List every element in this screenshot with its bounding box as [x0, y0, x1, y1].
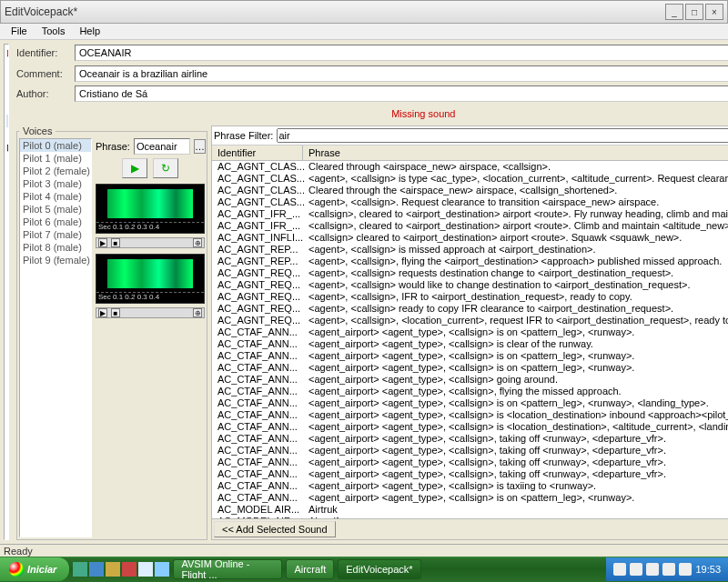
play-small-icon[interactable]: ▶: [98, 238, 107, 247]
quick-launch-icon[interactable]: [122, 562, 136, 577]
tree-callsign-passaredo[interactable]: PASSAREDO: [6, 127, 9, 141]
quick-launch-icon[interactable]: [89, 562, 104, 577]
col-phrase[interactable]: Phrase: [303, 146, 728, 160]
pilot-item[interactable]: Pilot 1 (male): [20, 152, 91, 165]
taskbar: Iniciar AVSIM Online - Flight ... Aircra…: [0, 557, 728, 582]
tray-icon[interactable]: [679, 563, 692, 576]
quick-launch-icon[interactable]: [106, 562, 120, 577]
waveform-1[interactable]: Sec 0.1 0.2 0.3 0.4: [96, 184, 205, 234]
comment-input[interactable]: [75, 65, 728, 82]
table-row[interactable]: AC_CTAF_ANN...<agent_airport> <agent_typ…: [212, 492, 728, 504]
tree-airports[interactable]: ⊞ Airports: [6, 74, 9, 87]
play-small-icon-2[interactable]: ▶: [98, 308, 107, 317]
author-label: Author:: [16, 88, 71, 99]
pilot-item[interactable]: Pilot 9 (female): [20, 254, 91, 266]
table-row[interactable]: AC_CTAF_ANN...<agent_airport> <agent_typ…: [212, 480, 728, 492]
task-avsim[interactable]: AVSIM Online - Flight ...: [173, 559, 282, 579]
pilot-item[interactable]: Pilot 2 (female): [20, 165, 91, 177]
table-row[interactable]: AC_MODEL AIR...Airtruk: [212, 504, 728, 516]
table-row[interactable]: AC_AGNT_REP...<agent>, <callsign>, flyin…: [212, 256, 728, 267]
table-row[interactable]: AC_CTAF_ANN...<agent_airport> <agent_typ…: [212, 457, 728, 468]
tray-icon[interactable]: [630, 563, 642, 576]
pilot-item[interactable]: Pilot 5 (male): [20, 203, 91, 216]
table-row[interactable]: AC_AGNT_REQ...<agent>, <callsign> reques…: [212, 267, 728, 279]
close-button[interactable]: ×: [705, 4, 723, 20]
table-row[interactable]: AC_AGNT_CLAS...Cleared through <airspace…: [212, 161, 728, 173]
table-row[interactable]: AC_CTAF_ANN...<agent_airport> <agent_typ…: [212, 386, 728, 397]
table-row[interactable]: AC_AGNT_CLAS...<agent>, <callsign> is ty…: [212, 173, 728, 185]
pilot-list[interactable]: Pilot 0 (male)Pilot 1 (male)Pilot 2 (fem…: [19, 138, 92, 537]
table-row[interactable]: AC_AGNT_REQ...<agent>, <callsign> ready …: [212, 303, 728, 315]
table-row[interactable]: AC_AGNT_IFR_...<callsign>, cleared to <a…: [212, 208, 728, 220]
menu-help[interactable]: Help: [72, 24, 107, 39]
table-row[interactable]: AC_AGNT_REQ...<agent>, <callsign>, IFR t…: [212, 291, 728, 303]
system-tray[interactable]: 19:53: [606, 557, 728, 581]
waveform-2[interactable]: Sec 0.1 0.2 0.3 0.4: [96, 254, 205, 304]
tray-icon[interactable]: [646, 563, 659, 576]
window-title: EditVoicepack*: [5, 5, 663, 18]
quick-launch: [73, 562, 169, 577]
waveform-2-controls[interactable]: ▶■⊕: [96, 307, 205, 318]
table-row[interactable]: AC_AGNT_REP...<agent>, <callsign> is mis…: [212, 244, 728, 256]
waveform-1-controls[interactable]: ▶■⊕: [96, 237, 205, 248]
tree-callsign-oceanair[interactable]: OCEANAIR: [6, 115, 9, 128]
tree-panel[interactable]: ⊟ Custom Modifications ⊞ Aircrafts ⊞ Air…: [4, 44, 9, 540]
pilot-item[interactable]: Pilot 0 (male): [20, 139, 91, 152]
table-row[interactable]: AC_AGNT_CLAS...Cleared through the <airs…: [212, 185, 728, 196]
table-row[interactable]: AC_CTAF_ANN...<agent_airport> <agent_typ…: [212, 338, 728, 350]
table-row[interactable]: AC_CTAF_ANN...<agent_airport> <agent_typ…: [212, 362, 728, 374]
phrase-input[interactable]: [134, 138, 190, 155]
menu-tools[interactable]: Tools: [35, 24, 73, 39]
tray-icon[interactable]: [662, 563, 675, 576]
col-identifier[interactable]: Identifier: [212, 146, 303, 160]
pilot-item[interactable]: Pilot 3 (male): [20, 177, 91, 190]
pilot-item[interactable]: Pilot 8 (male): [20, 241, 91, 254]
pilot-item[interactable]: Pilot 6 (male): [20, 216, 91, 228]
table-row[interactable]: AC_AGNT_REQ...<agent>, <callsign> would …: [212, 279, 728, 291]
quick-launch-icon[interactable]: [73, 562, 87, 577]
table-row[interactable]: AC_CTAF_ANN...<agent_airport> <agent_typ…: [212, 409, 728, 421]
table-row[interactable]: AC_AGNT_IFR_...<callsign>, cleared to <a…: [212, 220, 728, 232]
phrase-filter-input[interactable]: [277, 128, 728, 143]
tray-icon[interactable]: [613, 563, 626, 576]
voices-legend: Voices: [19, 125, 56, 136]
table-row[interactable]: AC_MODEL AIR...Airwolf: [212, 516, 728, 518]
table-row[interactable]: AC_CTAF_ANN...<agent_airport> <agent_typ…: [212, 326, 728, 338]
table-row[interactable]: AC_AGNT_REQ...<agent>, <callsign>, <loca…: [212, 315, 728, 326]
author-input[interactable]: [75, 85, 728, 102]
grid-body[interactable]: AC_AGNT_CLAS...Cleared through <airspace…: [212, 161, 728, 518]
table-row[interactable]: AC_CTAF_ANN...<agent_airport> <agent_typ…: [212, 468, 728, 480]
identifier-input[interactable]: [75, 45, 728, 61]
table-row[interactable]: AC_CTAF_ANN...<agent_airport> <agent_typ…: [212, 445, 728, 457]
tree-aircrafts[interactable]: ⊞ Aircrafts: [6, 60, 9, 74]
task-editvoicepack[interactable]: EditVoicepack*: [338, 559, 420, 579]
phrase-browse-icon[interactable]: …: [194, 139, 206, 154]
add-selected-sound-button[interactable]: << Add Selected Sound: [214, 521, 336, 537]
task-aircraft[interactable]: Aircraft: [286, 559, 334, 579]
menu-file[interactable]: File: [4, 24, 35, 39]
loop-button[interactable]: ↻: [153, 158, 178, 178]
grid-header[interactable]: Identifier Phrase: [212, 146, 728, 161]
quick-launch-icon[interactable]: [155, 562, 169, 577]
maximize-button[interactable]: □: [685, 4, 703, 20]
table-row[interactable]: AC_AGNT_INFLI...<callsign> cleared to <a…: [212, 232, 728, 244]
table-row[interactable]: AC_CTAF_ANN...<agent_airport> <agent_typ…: [212, 397, 728, 409]
title-bar: EditVoicepack* _ □ ×: [0, 0, 728, 24]
tree-callsign-cristiano[interactable]: CRISTIANO: [6, 101, 9, 115]
play-button[interactable]: ▶: [122, 158, 147, 178]
pilot-item[interactable]: Pilot 4 (male): [20, 190, 91, 203]
start-button[interactable]: Iniciar: [0, 557, 69, 581]
phrase-label: Phrase:: [96, 141, 130, 152]
clock[interactable]: 19:53: [695, 564, 721, 575]
quick-launch-icon[interactable]: [138, 562, 153, 577]
tree-callsigns[interactable]: ⊟ Callsigns: [6, 87, 9, 101]
table-row[interactable]: AC_CTAF_ANN...<agent_airport> <agent_typ…: [212, 433, 728, 445]
pilot-item[interactable]: Pilot 7 (male): [20, 228, 91, 241]
minimize-button[interactable]: _: [665, 4, 683, 20]
stop-small-icon-2[interactable]: ■: [111, 308, 120, 317]
stop-small-icon[interactable]: ■: [111, 238, 120, 247]
table-row[interactable]: AC_AGNT_CLAS...<agent>, <callsign>. Requ…: [212, 196, 728, 208]
table-row[interactable]: AC_CTAF_ANN...<agent_airport> <agent_typ…: [212, 374, 728, 386]
table-row[interactable]: AC_CTAF_ANN...<agent_airport> <agent_typ…: [212, 421, 728, 433]
table-row[interactable]: AC_CTAF_ANN...<agent_airport> <agent_typ…: [212, 350, 728, 362]
